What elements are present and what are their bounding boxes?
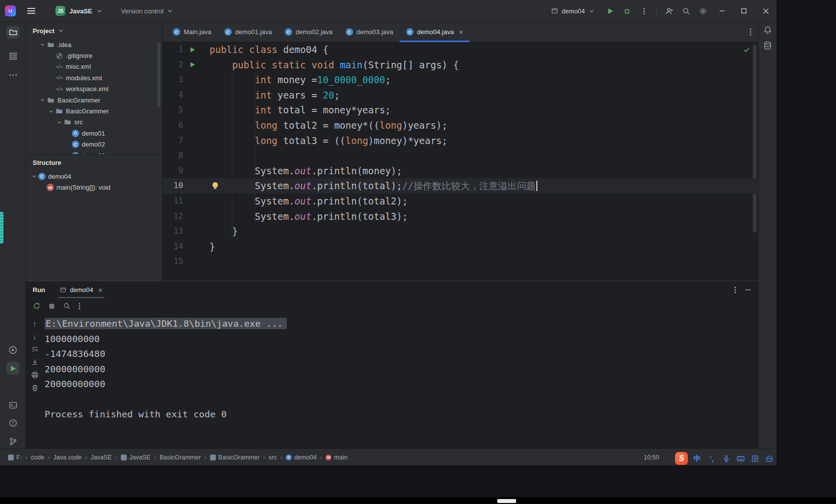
- structure-tool-button[interactable]: [6, 50, 19, 62]
- run-line-icon[interactable]: [189, 47, 196, 53]
- structure-panel-header[interactable]: Structure: [26, 154, 162, 171]
- code-line[interactable]: 10 System.out.println(total);//操作数比较大，注意…: [162, 178, 758, 194]
- console[interactable]: ↑ ↓: [26, 314, 758, 449]
- tree-item[interactable]: Cdemo03: [26, 150, 162, 154]
- tree-item[interactable]: Cdemo04: [26, 171, 162, 182]
- breadcrumb-item[interactable]: src: [268, 454, 277, 461]
- breadcrumb-item[interactable]: F:: [8, 454, 22, 461]
- code-line[interactable]: 6 long total2 = money*((long)years);: [162, 118, 758, 133]
- project-panel-header[interactable]: Project: [26, 22, 162, 39]
- code-line[interactable]: 12 System.out.println(total3);: [162, 209, 758, 224]
- intellij-logo-icon[interactable]: IJ: [5, 5, 16, 16]
- more-tool-windows-button[interactable]: [6, 68, 19, 81]
- code-line[interactable]: 5 int total = money*years;: [162, 102, 758, 118]
- tree-item[interactable]: </>workspace.xml: [26, 84, 162, 95]
- version-control-tool-button[interactable]: [6, 435, 19, 448]
- code-line[interactable]: 8: [162, 148, 758, 163]
- code-editor[interactable]: 1public class demo04 {2 public static vo…: [162, 42, 758, 281]
- editor-tab[interactable]: CMain.java: [166, 22, 218, 42]
- print-button[interactable]: [29, 369, 40, 380]
- maximize-button[interactable]: [733, 0, 755, 22]
- code-line[interactable]: 13 }: [162, 224, 758, 239]
- windows-taskbar[interactable]: [0, 497, 836, 504]
- project-tool-button[interactable]: [6, 26, 19, 39]
- hamburger-menu-button[interactable]: [23, 3, 40, 18]
- run-tab[interactable]: demo04 ×: [55, 281, 107, 298]
- breadcrumb-item[interactable]: JavaSE: [121, 454, 151, 461]
- tab-options-button[interactable]: [750, 31, 751, 33]
- close-button[interactable]: [755, 0, 777, 22]
- rerun-button[interactable]: [33, 302, 41, 310]
- hide-panel-button[interactable]: [745, 287, 751, 293]
- up-arrow-button[interactable]: ↑: [29, 318, 40, 329]
- terminal-tool-button[interactable]: [6, 399, 19, 411]
- project-tree-scrollbar[interactable]: [157, 42, 160, 107]
- run-button[interactable]: [602, 3, 619, 18]
- code-line[interactable]: 9 System.out.println(money);: [162, 163, 758, 179]
- code-line[interactable]: 1public class demo04 {: [162, 42, 758, 57]
- code-line[interactable]: 7 long total3 = ((long)money)*years;: [162, 133, 758, 149]
- code-line[interactable]: 3 int money =10_0000_0000;: [162, 72, 758, 88]
- tree-item[interactable]: </>modules.xml: [26, 72, 162, 83]
- settings-button[interactable]: [694, 3, 711, 18]
- breadcrumb-item[interactable]: JavaSE: [91, 454, 112, 461]
- tab-close-icon[interactable]: ×: [459, 28, 463, 36]
- debug-button[interactable]: [619, 3, 635, 18]
- run-config-widget[interactable]: demo04: [547, 5, 599, 17]
- problems-tool-button[interactable]: [6, 416, 19, 429]
- sogou-logo-icon[interactable]: S: [675, 452, 688, 465]
- run-tool-button[interactable]: [6, 362, 19, 375]
- tree-item[interactable]: src: [26, 117, 162, 128]
- tree-item[interactable]: Cdemo01: [26, 128, 162, 139]
- code-line[interactable]: 2 public static void main(String[] args)…: [162, 57, 758, 73]
- console-more-button[interactable]: [79, 305, 80, 307]
- chevron-down-icon[interactable]: [38, 41, 47, 48]
- stop-button[interactable]: [49, 303, 55, 309]
- database-tool-button[interactable]: [763, 41, 772, 50]
- tree-item[interactable]: Cdemo02: [26, 139, 162, 150]
- tree-item[interactable]: mmain(String[]): void: [26, 182, 162, 193]
- breadcrumb-item[interactable]: code: [31, 454, 44, 461]
- services-tool-button[interactable]: [6, 344, 19, 356]
- down-arrow-button[interactable]: ↓: [29, 331, 40, 342]
- code-with-me-button[interactable]: [661, 3, 678, 18]
- soft-wrap-button[interactable]: [29, 344, 40, 354]
- clear-console-button[interactable]: [29, 382, 40, 393]
- vcs-widget[interactable]: Version control: [117, 5, 177, 17]
- breadcrumb-item[interactable]: BasicGrammer: [210, 454, 260, 461]
- language-mode-icon[interactable]: 中: [692, 453, 702, 464]
- breadcrumb-item[interactable]: Java code: [53, 454, 82, 461]
- close-icon[interactable]: ×: [98, 286, 103, 294]
- search-console-button[interactable]: [63, 302, 71, 310]
- tree-item[interactable]: BasicGrammer: [26, 105, 162, 116]
- search-button[interactable]: [678, 3, 694, 18]
- tree-item[interactable]: BasicGrammer: [26, 95, 162, 105]
- input-panel-icon[interactable]: [750, 453, 760, 464]
- keyboard-icon[interactable]: [735, 453, 745, 464]
- breadcrumb-item[interactable]: Cdemo04: [286, 454, 316, 461]
- toolbox-icon[interactable]: [764, 453, 774, 464]
- breadcrumb-item[interactable]: BasicGrammer: [159, 454, 201, 461]
- screenshot-tool-handle[interactable]: [0, 212, 3, 244]
- notifications-button[interactable]: [763, 26, 772, 35]
- tree-item[interactable]: .gitignore: [26, 50, 162, 61]
- minimize-button[interactable]: [711, 0, 733, 22]
- project-widget[interactable]: JS JavaSE: [52, 4, 107, 18]
- code-line[interactable]: 14}: [162, 239, 758, 254]
- code-line[interactable]: 11 System.out.println(total2);: [162, 194, 758, 209]
- run-options-button[interactable]: [734, 289, 736, 291]
- chevron-down-icon[interactable]: [30, 173, 38, 180]
- scroll-to-end-button[interactable]: [29, 356, 40, 367]
- editor-tab[interactable]: Cdemo02.java: [278, 22, 339, 42]
- code-line[interactable]: 15: [162, 254, 758, 269]
- tree-item[interactable]: </>misc.xml: [26, 61, 162, 72]
- editor-tab[interactable]: Cdemo04.java×: [400, 22, 470, 42]
- taskbar-item[interactable]: [497, 499, 516, 503]
- editor-tab[interactable]: Cdemo01.java: [218, 22, 278, 42]
- run-line-icon[interactable]: [189, 61, 196, 68]
- editor-tab[interactable]: Cdemo03.java: [339, 22, 400, 42]
- punctuation-mode-icon[interactable]: ',: [707, 453, 717, 464]
- microphone-icon[interactable]: [721, 453, 731, 464]
- code-line[interactable]: 4 int years = 20;: [162, 88, 758, 103]
- tree-item[interactable]: .idea: [26, 39, 162, 50]
